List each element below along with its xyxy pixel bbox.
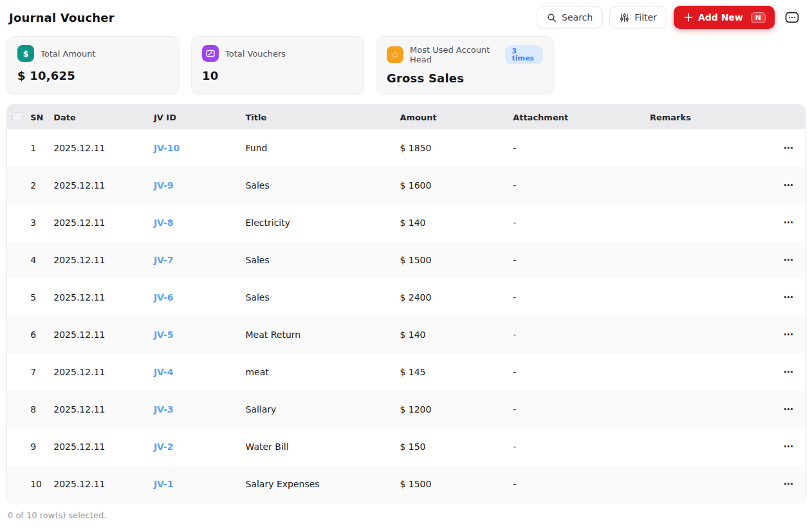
most-used-label: Most Used Account Head — [410, 45, 497, 64]
search-button-label: Search — [562, 12, 593, 23]
row-sn: 4 — [30, 241, 53, 279]
ellipsis-box-icon — [785, 12, 799, 23]
column-header-title: Title — [245, 105, 400, 129]
search-icon — [547, 13, 557, 23]
row-remarks — [650, 428, 773, 465]
row-date: 2025.12.11 — [53, 204, 154, 241]
row-actions-button[interactable]: ⋯ — [780, 253, 798, 268]
row-actions-button[interactable]: ⋯ — [780, 178, 798, 193]
row-actions-button[interactable]: ⋯ — [780, 216, 798, 230]
row-remarks — [650, 316, 773, 353]
row-actions-button[interactable]: ⋯ — [780, 328, 798, 342]
row-attachment: - — [513, 129, 650, 167]
row-remarks — [650, 167, 773, 204]
row-amount: $ 2400 — [400, 279, 513, 316]
row-title: Salary Expenses — [245, 465, 400, 503]
table-header-row: SN Date JV ID Title Amount Attachment Re… — [7, 105, 805, 129]
total-vouchers-card: Total Vouchers 10 — [191, 36, 364, 95]
row-sn: 2 — [30, 167, 53, 204]
row-actions-button[interactable]: ⋯ — [780, 477, 798, 492]
add-new-button[interactable]: Add New N — [674, 6, 775, 29]
row-title: Sales — [245, 241, 400, 279]
row-date: 2025.12.11 — [53, 279, 154, 316]
most-used-card: ☆ Most Used Account Head 3 times Gross S… — [376, 36, 554, 95]
row-date: 2025.12.11 — [53, 167, 154, 204]
row-attachment: - — [513, 465, 650, 503]
stat-cards: $ Total Amount $ 10,625 Total Vouchers 1… — [0, 33, 812, 95]
row-amount: $ 140 — [400, 316, 513, 353]
row-actions-button[interactable]: ⋯ — [780, 402, 798, 417]
total-amount-label: Total Amount — [41, 49, 96, 59]
table-row[interactable]: 6 2025.12.11 JV-5 Meat Return $ 140 - ⋯ — [7, 316, 805, 353]
row-remarks — [650, 204, 773, 241]
jv-id-link[interactable]: JV-8 — [154, 218, 174, 228]
row-remarks — [650, 465, 773, 503]
row-sn: 6 — [30, 316, 53, 353]
row-sn: 10 — [30, 465, 53, 503]
select-all-checkbox[interactable] — [12, 112, 23, 122]
total-amount-card: $ Total Amount $ 10,625 — [6, 36, 180, 95]
jv-id-link[interactable]: JV-1 — [154, 479, 174, 489]
row-remarks — [650, 279, 773, 316]
row-amount: $ 1600 — [400, 167, 513, 204]
row-title: Electricity — [245, 204, 400, 241]
filter-button-label: Filter — [634, 12, 657, 23]
topbar: Journal Voucher Search Filter — [0, 0, 812, 33]
column-header-remarks: Remarks — [650, 105, 773, 129]
row-check-cell — [7, 167, 30, 204]
table-row[interactable]: 9 2025.12.11 JV-2 Water Bill $ 150 - ⋯ — [7, 428, 805, 465]
table-body: 1 2025.12.11 JV-10 Fund $ 1850 - ⋯ 2 202… — [7, 129, 805, 503]
row-amount: $ 1850 — [400, 129, 513, 167]
row-actions-button[interactable]: ⋯ — [780, 440, 798, 454]
row-date: 2025.12.11 — [53, 241, 154, 279]
table-row[interactable]: 10 2025.12.11 JV-1 Salary Expenses $ 150… — [7, 465, 805, 503]
row-check-cell — [7, 428, 30, 465]
search-button[interactable]: Search — [537, 6, 603, 28]
row-check-cell — [7, 241, 30, 279]
table-row[interactable]: 7 2025.12.11 JV-4 meat $ 145 - ⋯ — [7, 353, 805, 391]
row-date: 2025.12.11 — [53, 428, 154, 465]
row-attachment: - — [513, 316, 650, 353]
table-row[interactable]: 3 2025.12.11 JV-8 Electricity $ 140 - ⋯ — [7, 204, 805, 241]
table-row[interactable]: 4 2025.12.11 JV-7 Sales $ 1500 - ⋯ — [7, 241, 805, 279]
row-date: 2025.12.11 — [53, 465, 154, 503]
jv-id-link[interactable]: JV-7 — [154, 255, 174, 265]
column-header-sn: SN — [30, 105, 53, 129]
row-amount: $ 1500 — [400, 241, 513, 279]
jv-id-link[interactable]: JV-2 — [154, 442, 174, 452]
column-header-amount: Amount — [400, 105, 513, 129]
row-actions-button[interactable]: ⋯ — [780, 365, 798, 380]
row-attachment: - — [513, 204, 650, 241]
table-row[interactable]: 8 2025.12.11 JV-3 Sallary $ 1200 - ⋯ — [7, 391, 805, 428]
more-options-button[interactable] — [782, 8, 802, 27]
topbar-actions: Search Filter Add New N — [537, 6, 802, 29]
row-check-cell — [7, 465, 30, 503]
row-actions-button[interactable]: ⋯ — [780, 141, 798, 156]
table-row[interactable]: 1 2025.12.11 JV-10 Fund $ 1850 - ⋯ — [7, 129, 805, 167]
filter-button[interactable]: Filter — [609, 6, 667, 28]
total-amount-value: $ 10,625 — [17, 69, 169, 82]
most-used-value: Gross Sales — [387, 71, 543, 85]
jv-id-link[interactable]: JV-4 — [154, 367, 174, 377]
shortcut-badge: N — [751, 12, 766, 23]
row-actions-button[interactable]: ⋯ — [780, 290, 798, 305]
row-date: 2025.12.11 — [53, 391, 154, 428]
voucher-table: SN Date JV ID Title Amount Attachment Re… — [6, 104, 806, 503]
jv-id-link[interactable]: JV-9 — [154, 180, 174, 191]
jv-id-link[interactable]: JV-5 — [154, 330, 174, 340]
dollar-icon: $ — [17, 45, 34, 62]
filter-icon — [620, 13, 629, 23]
jv-id-link[interactable]: JV-6 — [154, 292, 174, 303]
row-date: 2025.12.11 — [53, 129, 154, 167]
jv-id-link[interactable]: JV-10 — [154, 143, 180, 153]
star-icon: ☆ — [387, 46, 403, 63]
page-title: Journal Voucher — [9, 11, 115, 24]
usage-count-badge: 3 times — [505, 45, 543, 64]
table-row[interactable]: 5 2025.12.11 JV-6 Sales $ 2400 - ⋯ — [7, 279, 805, 316]
row-title: Water Bill — [245, 428, 400, 465]
jv-id-link[interactable]: JV-3 — [154, 404, 174, 415]
table-row[interactable]: 2 2025.12.11 JV-9 Sales $ 1600 - ⋯ — [7, 167, 805, 204]
total-vouchers-value: 10 — [202, 69, 353, 82]
row-remarks — [650, 391, 773, 428]
row-attachment: - — [513, 391, 650, 428]
